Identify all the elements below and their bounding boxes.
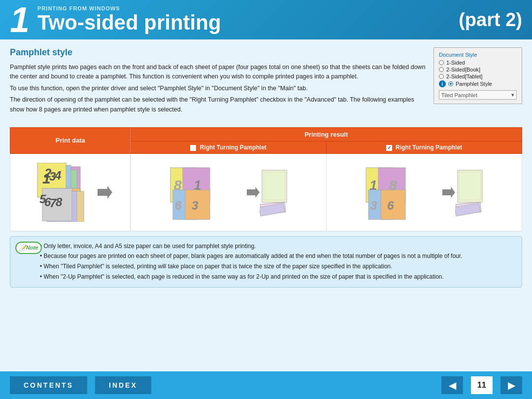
col2-sub1-label: Right Turning Pamphlet	[200, 144, 266, 151]
doc-style-item-4[interactable]: i Pamphlet Style	[439, 80, 517, 87]
next-page-button[interactable]: ▶	[500, 376, 522, 394]
radio-2-sided-tablet[interactable]	[439, 74, 444, 79]
svg-rect-40	[459, 172, 481, 200]
main-content: Pamphlet style Pamphlet style prints two…	[0, 39, 532, 121]
note-section: 📝Note Only letter, invoice, A4 and A5 si…	[10, 236, 522, 288]
doc-style-label-4: Pamphlet Style	[456, 81, 492, 87]
radio-pamphlet[interactable]	[448, 81, 453, 86]
svg-text:6: 6	[175, 199, 182, 212]
checkbox-unchecked	[190, 145, 196, 151]
dropdown-label: Tiled Pamphlet	[441, 92, 477, 98]
paragraph-3: The direction of opening of the pamphlet…	[10, 95, 426, 114]
col2-sub1: Right Turning Pamphlet	[131, 141, 326, 153]
col2-sub2-label: Right Turning Pamphlet	[396, 144, 462, 151]
footer: CONTENTS INDEX ◀ 11 ▶	[0, 371, 532, 399]
contents-button[interactable]: CONTENTS	[10, 376, 87, 394]
result1-svg: 8 1 6 3	[168, 163, 247, 222]
result-cell-2: 1 8 3 6	[326, 153, 522, 231]
svg-marker-16	[98, 186, 112, 199]
header-title: Two-sided printing	[37, 11, 221, 34]
result2-svg: 1 8 3 6	[364, 163, 442, 222]
note-4: When "2-Up Pamphlet" is selected, each p…	[40, 272, 515, 282]
document-style-panel: Document Style 1-Sided 2-Sided[Book] 2-S…	[433, 47, 522, 116]
svg-marker-38	[442, 187, 455, 198]
doc-style-item-1[interactable]: 1-Sided	[439, 60, 517, 66]
pages-illustration-svg: 1 2 3 4 5 6	[29, 163, 98, 222]
info-icon: i	[439, 80, 446, 87]
note-badge: 📝Note	[15, 242, 42, 254]
svg-text:6: 6	[387, 199, 394, 212]
table-container: Print data Printing result Right Turning…	[0, 127, 532, 231]
arrow2-icon	[247, 186, 260, 199]
doc-style-label-3: 2-Sided[Tablet]	[446, 73, 482, 79]
prev-arrow-icon: ◀	[449, 379, 456, 391]
chapter-number: 1	[10, 2, 30, 37]
doc-style-label-1: 1-Sided	[446, 60, 465, 66]
print-data-illustration: 1 2 3 4 5 6	[14, 158, 126, 227]
radio-2-sided-book[interactable]	[439, 67, 444, 72]
col1-header: Print data	[10, 127, 131, 153]
arrow-icon	[98, 185, 112, 200]
note-1: Only letter, invoice, A4 and A5 size pap…	[40, 242, 515, 251]
paragraph-1: Pamphlet style prints two pages each on …	[10, 63, 426, 82]
svg-rect-27	[264, 172, 285, 200]
svg-text:3: 3	[192, 199, 199, 212]
header-part: (part 2)	[459, 9, 522, 31]
col2-header: Printing result	[131, 127, 522, 141]
print-data-cell: 1 2 3 4 5 6	[10, 153, 131, 231]
left-content: Pamphlet style Pamphlet style prints two…	[10, 47, 426, 116]
checkbox-checked	[386, 145, 392, 151]
paragraph-2: To use this function, open the printer d…	[10, 84, 426, 93]
result-2-illustration: 1 8 3 6	[331, 158, 518, 227]
result-cell-1: 8 1 6 3	[131, 153, 326, 231]
doc-style-box: Document Style 1-Sided 2-Sided[Book] 2-S…	[433, 47, 522, 104]
header: 1 PRINTING FROM WINDOWS Two-sided printi…	[0, 0, 532, 39]
doc-style-title: Document Style	[439, 52, 517, 58]
section-title: Pamphlet style	[10, 47, 426, 58]
page-number-display: 11	[471, 376, 493, 394]
note-container: 📝Note Only letter, invoice, A4 and A5 si…	[0, 236, 532, 288]
doc-style-label-2: 2-Sided[Book]	[446, 67, 480, 73]
print-table: Print data Printing result Right Turning…	[10, 127, 522, 231]
index-button[interactable]: INDEX	[95, 376, 151, 394]
arrow3-icon	[442, 186, 455, 199]
dropdown-arrow: ▾	[511, 92, 514, 98]
next-arrow-icon: ▶	[508, 379, 515, 391]
header-text: PRINTING FROM WINDOWS Two-sided printing	[37, 5, 221, 34]
svg-text:4: 4	[54, 169, 61, 182]
svg-text:3: 3	[370, 199, 377, 212]
folded1-svg	[260, 168, 289, 217]
doc-style-item-2[interactable]: 2-Sided[Book]	[439, 67, 517, 73]
doc-style-item-3[interactable]: 2-Sided[Tablet]	[439, 73, 517, 79]
result-1-illustration: 8 1 6 3	[134, 158, 322, 227]
tiled-pamphlet-dropdown[interactable]: Tiled Pamphlet ▾	[439, 90, 517, 100]
folded2-svg	[455, 168, 485, 217]
radio-1-sided[interactable]	[439, 60, 444, 65]
prev-page-button[interactable]: ◀	[441, 376, 463, 394]
svg-marker-25	[247, 187, 260, 198]
note-3: When "Tiled Pamphlet" is selected, print…	[40, 262, 515, 271]
col2-sub2: Right Turning Pamphlet	[326, 141, 522, 153]
note-2: Because four pages are printed on each s…	[40, 252, 515, 261]
svg-text:8: 8	[56, 195, 63, 209]
